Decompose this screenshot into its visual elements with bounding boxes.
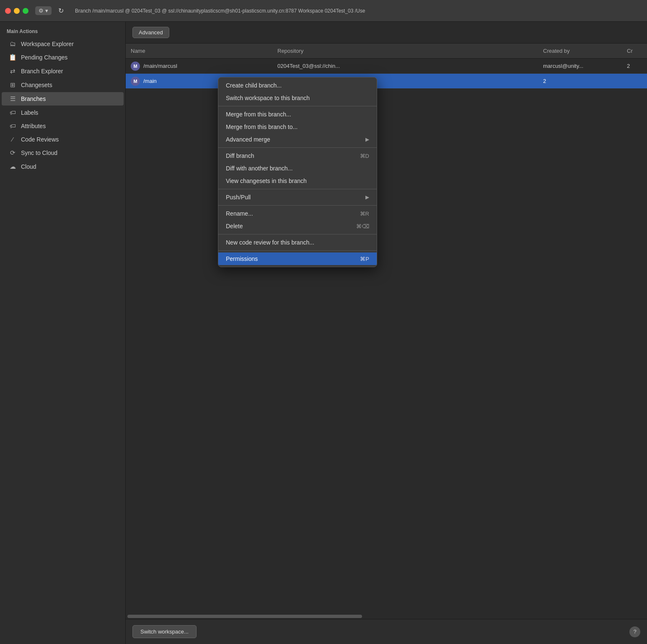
sidebar-item-label: Branch Explorer (21, 68, 63, 75)
ctx-item-diff-branch[interactable]: Diff branch ⌘D (218, 149, 377, 162)
branch-cr (622, 79, 647, 84)
col-created-by: Created by (538, 46, 622, 56)
ctx-right: ⌘R (360, 211, 369, 217)
sidebar-item-code-reviews[interactable]: ∕ Code Reviews (2, 133, 124, 146)
scrollbar-track[interactable] (126, 614, 647, 619)
context-menu-separator (218, 106, 377, 106)
sidebar-section-title: Main Actions (0, 25, 125, 37)
ctx-item-view-changesets[interactable]: View changesets in this branch (218, 175, 377, 187)
gear-icon: ⚙ (39, 8, 44, 14)
sidebar: Main Actions 🗂 Workspace Explorer 📋 Pend… (0, 22, 126, 644)
table-header: Name Repository Created by Cr (126, 44, 647, 59)
advanced-button[interactable]: Advanced (132, 27, 169, 38)
refresh-button[interactable]: ↻ (55, 5, 67, 17)
branch-created-by: 2 (538, 75, 622, 87)
help-button[interactable]: ? (629, 626, 640, 637)
branch-name-cell: M /main/marcusl (126, 59, 272, 73)
ctx-label: View changesets in this branch (226, 178, 307, 184)
ctx-shortcut: ⌘⌫ (356, 223, 369, 229)
col-name: Name (126, 46, 272, 56)
ctx-item-switch-workspace[interactable]: Switch workspace to this branch (218, 92, 377, 104)
context-menu: Create child branch... Switch workspace … (218, 77, 377, 267)
ctx-label: Merge from this branch to... (226, 124, 298, 130)
col-cr: Cr (622, 46, 647, 56)
submenu-arrow-icon: ▶ (365, 137, 369, 142)
sidebar-item-changesets[interactable]: ⊞ Changesets (2, 78, 124, 92)
chevron-down-icon: ▾ (45, 8, 48, 14)
sidebar-item-sync-to-cloud[interactable]: ⟳ Sync to Cloud (2, 146, 124, 160)
ctx-right: ⌘D (360, 153, 369, 159)
sidebar-item-attributes[interactable]: 🏷 Attributes (2, 119, 124, 132)
table-container: Name Repository Created by Cr M /main/ma… (126, 44, 647, 614)
col-repository: Repository (272, 46, 538, 56)
table-body: M /main/marcusl 0204Test_03@ssl://chin..… (126, 59, 647, 89)
table-row[interactable]: M /main/marcusl 0204Test_03@ssl://chin..… (126, 59, 647, 74)
sidebar-item-pending-changes[interactable]: 📋 Pending Changes (2, 51, 124, 64)
gear-menu[interactable]: ⚙ ▾ (35, 6, 52, 15)
scrollbar-thumb[interactable] (127, 615, 362, 618)
ctx-label: Delete (226, 223, 243, 229)
ctx-label: Diff branch (226, 152, 254, 159)
branch-name: /main/marcusl (143, 63, 177, 69)
table-row[interactable]: M /main @unity... 2 (126, 74, 647, 89)
switch-workspace-button[interactable]: Switch workspace... (132, 625, 197, 638)
sidebar-item-label: Workspace Explorer (21, 41, 74, 47)
ctx-item-push-pull[interactable]: Push/Pull ▶ (218, 191, 377, 204)
attributes-icon: 🏷 (8, 122, 17, 129)
ctx-item-permissions[interactable]: Permissions ⌘P (218, 252, 377, 265)
sidebar-item-labels[interactable]: 🏷 Labels (2, 106, 124, 119)
sidebar-item-branch-explorer[interactable]: ⇄ Branch Explorer (2, 64, 124, 78)
ctx-shortcut: ⌘R (360, 211, 369, 217)
ctx-item-delete[interactable]: Delete ⌘⌫ (218, 220, 377, 232)
sidebar-item-branches[interactable]: ☰ Branches (2, 92, 124, 106)
toolbar: Advanced (126, 22, 647, 44)
ctx-item-new-code-review[interactable]: New code review for this branch... (218, 236, 377, 249)
minimize-button[interactable] (14, 8, 20, 14)
sidebar-item-label: Attributes (21, 123, 46, 129)
sidebar-item-label: Changesets (21, 82, 52, 88)
branch-created-by: marcusl@unity... (538, 60, 622, 72)
ctx-label: Merge from this branch... (226, 111, 291, 118)
sidebar-item-workspace-explorer[interactable]: 🗂 Workspace Explorer (2, 37, 124, 50)
ctx-label: Permissions (226, 255, 258, 262)
bottom-bar: Switch workspace... ? (126, 619, 647, 644)
ctx-label: Advanced merge (226, 136, 270, 143)
context-menu-separator (218, 147, 377, 148)
ctx-label: Switch workspace to this branch (226, 95, 310, 101)
labels-icon: 🏷 (8, 109, 17, 116)
ctx-item-merge-from[interactable]: Merge from this branch... (218, 108, 377, 121)
maximize-button[interactable] (23, 8, 28, 14)
titlebar: ⚙ ▾ ↻ Branch /main/marcusl @ 0204Test_03… (0, 0, 647, 22)
ctx-right: ⌘⌫ (356, 223, 369, 229)
context-menu-separator (218, 250, 377, 251)
titlebar-info: Branch /main/marcusl @ 0204Test_03 @ ssl… (75, 8, 642, 14)
ctx-label: Diff with another branch... (226, 165, 292, 172)
ctx-item-rename[interactable]: Rename... ⌘R (218, 207, 377, 220)
ctx-right: ▶ (365, 137, 369, 142)
ctx-right: ⌘P (360, 256, 369, 262)
close-button[interactable] (5, 8, 11, 14)
ctx-item-create-child-branch[interactable]: Create child branch... (218, 79, 377, 92)
ctx-item-advanced-merge[interactable]: Advanced merge ▶ (218, 133, 377, 146)
ctx-label: New code review for this branch... (226, 239, 314, 246)
context-menu-separator (218, 234, 377, 234)
context-menu-separator (218, 189, 377, 189)
ctx-right: ▶ (365, 194, 369, 200)
refresh-icon: ↻ (58, 7, 64, 15)
ctx-label: Rename... (226, 210, 253, 217)
branch-avatar: M (131, 77, 140, 86)
content-area: Advanced Name Repository Created by Cr M… (126, 22, 647, 644)
branches-icon: ☰ (8, 95, 17, 103)
sync-to-cloud-icon: ⟳ (8, 149, 17, 157)
workspace-explorer-icon: 🗂 (8, 40, 17, 47)
ctx-label: Create child branch... (226, 82, 282, 89)
submenu-arrow-icon: ▶ (365, 194, 369, 200)
sidebar-item-label: Cloud (21, 163, 36, 170)
ctx-item-diff-another[interactable]: Diff with another branch... (218, 162, 377, 175)
branch-explorer-icon: ⇄ (8, 67, 17, 75)
sidebar-item-label: Code Reviews (21, 136, 59, 143)
sidebar-item-cloud[interactable]: ☁ Cloud (2, 160, 124, 173)
branch-cr: 2 (622, 60, 647, 72)
ctx-item-merge-from-to[interactable]: Merge from this branch to... (218, 121, 377, 133)
branch-repository: 0204Test_03@ssl://chin... (272, 60, 538, 72)
